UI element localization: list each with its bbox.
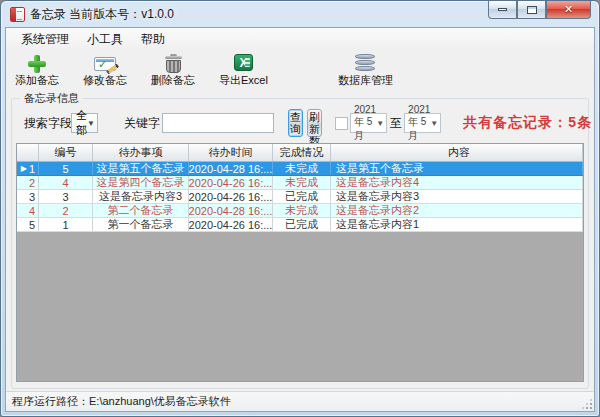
chevron-down-icon: ▼ — [376, 119, 384, 128]
maximize-icon — [527, 6, 537, 14]
groupbox-title: 备忘录信息 — [20, 91, 83, 106]
memo-info-groupbox: 备忘录信息 搜索字段 全部 ▼ 关键字 查询 刷新数据 2021年 5月 ▼ 至 — [11, 98, 589, 389]
menu-tools[interactable]: 小工具 — [78, 28, 132, 51]
edit-pencil-icon: ✓ — [94, 57, 116, 71]
add-memo-button[interactable]: 添加备忘 — [10, 52, 64, 90]
title-bar: 备忘录 当前版本号：v1.0.0 ✕ — [1, 1, 599, 27]
window-title: 备忘录 当前版本号：v1.0.0 — [30, 6, 174, 23]
column-header-status[interactable]: 完成情况 — [273, 144, 331, 161]
export-excel-button[interactable]: X 导出Excel — [214, 52, 273, 90]
column-header-content[interactable]: 内容 — [331, 144, 583, 161]
search-row: 搜索字段 全部 ▼ 关键字 查询 刷新数据 2021年 5月 ▼ 至 2021年… — [24, 111, 584, 135]
minimize-icon — [498, 8, 507, 11]
run-path-text: 程序运行路径：E:\anzhuang\优易备忘录软件 — [12, 394, 231, 409]
date-to-picker[interactable]: 2021年 5月 ▼ — [404, 113, 441, 133]
menu-help[interactable]: 帮助 — [132, 28, 174, 51]
record-count-label: 共有备忘记录：5条 — [463, 114, 592, 132]
status-bar: 程序运行路径：E:\anzhuang\优易备忘录软件 — [6, 391, 594, 411]
date-from-picker[interactable]: 2021年 5月 ▼ — [350, 113, 387, 133]
refresh-data-button[interactable]: 刷新数据 — [307, 109, 322, 137]
row-header-corner — [17, 144, 39, 161]
chevron-down-icon: ▼ — [430, 119, 438, 128]
edit-memo-button[interactable]: ✓ 修改备忘 — [78, 52, 132, 90]
table-row[interactable]: 2 4 这是第四个备忘录 2020-04-26 16:... 未完成 这是备忘录… — [17, 176, 583, 190]
column-header-id[interactable]: 编号 — [39, 144, 93, 161]
app-logo-icon — [10, 7, 25, 22]
keyword-label: 关键字 — [124, 115, 160, 132]
menu-system-management[interactable]: 系统管理 — [12, 28, 78, 51]
close-icon: ✕ — [564, 4, 573, 15]
client-area: 系统管理 小工具 帮助 添加备忘 ✓ 修改备忘 删除备忘 X 导出Excel — [5, 27, 595, 412]
table-empty-area — [17, 232, 583, 381]
excel-icon: X — [234, 54, 253, 71]
table-row[interactable]: 5 1 第一个备忘录 2020-04-26 16:... 已完成 这是备忘录内容… — [17, 218, 583, 232]
memo-table: 编号 待办事项 待办时间 完成情况 内容 ▶1 5 这是第五个备忘录 2020-… — [16, 143, 584, 382]
close-button[interactable]: ✕ — [546, 1, 591, 19]
column-header-time[interactable]: 待办时间 — [189, 144, 273, 161]
keyword-input[interactable] — [162, 113, 274, 133]
menu-bar: 系统管理 小工具 帮助 — [6, 28, 594, 50]
date-to-label: 至 — [390, 115, 402, 132]
maximize-button[interactable] — [517, 1, 546, 19]
window-controls: ✕ — [488, 1, 591, 19]
resize-grip[interactable] — [581, 398, 593, 410]
table-row[interactable]: 4 2 第二个备忘录 2020-04-28 16:... 未完成 这是备忘录内容… — [17, 204, 583, 218]
delete-memo-button[interactable]: 删除备忘 — [146, 52, 200, 90]
table-row[interactable]: 3 3 这是备忘录内容3 2020-04-26 16:... 已完成 这是备忘录… — [17, 190, 583, 204]
table-header-row: 编号 待办事项 待办时间 完成情况 内容 — [17, 144, 583, 162]
query-button[interactable]: 查询 — [288, 109, 303, 137]
chevron-down-icon: ▼ — [87, 119, 95, 128]
search-field-select[interactable]: 全部 ▼ — [71, 113, 98, 133]
app-window: 备忘录 当前版本号：v1.0.0 ✕ 系统管理 小工具 帮助 添加备忘 ✓ 修改… — [0, 0, 600, 417]
database-icon — [355, 54, 375, 71]
toolbar: 添加备忘 ✓ 修改备忘 删除备忘 X 导出Excel 数据库管理 — [6, 50, 594, 90]
trash-icon — [165, 55, 182, 71]
minimize-button[interactable] — [488, 1, 517, 19]
current-row-arrow-icon: ▶ — [21, 165, 27, 173]
search-field-label: 搜索字段 — [24, 115, 72, 132]
add-plus-icon — [27, 54, 47, 71]
table-row[interactable]: ▶1 5 这是第五个备忘录 2020-04-28 16:... 未完成 这是第五… — [17, 162, 583, 176]
database-manage-button[interactable]: 数据库管理 — [333, 52, 398, 90]
date-filter-checkbox[interactable] — [335, 117, 348, 130]
column-header-todo[interactable]: 待办事项 — [93, 144, 189, 161]
